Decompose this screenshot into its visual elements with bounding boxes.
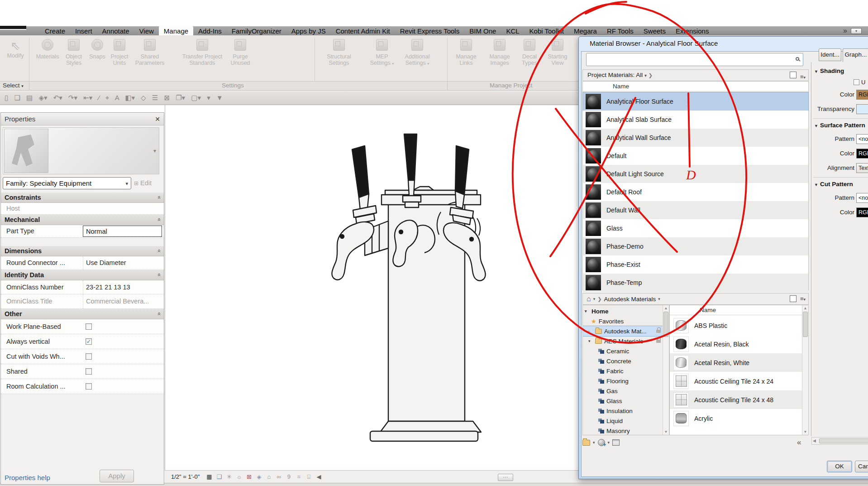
tab-graphics[interactable]: Graph... bbox=[843, 48, 868, 62]
type-preview[interactable]: ▾ bbox=[3, 127, 159, 174]
list-options-icon[interactable]: ≡▾ bbox=[800, 295, 806, 302]
tab-identity[interactable]: Ident... bbox=[819, 48, 841, 61]
create-material-icon[interactable] bbox=[598, 439, 605, 446]
tab-kcl[interactable]: KCL bbox=[501, 26, 524, 35]
prop-row-host[interactable]: Host bbox=[1, 203, 164, 215]
material-search-box[interactable] bbox=[586, 53, 803, 66]
column-header-name[interactable]: Name bbox=[583, 82, 808, 91]
edit-type-button[interactable]: ⊞ Edit Type bbox=[134, 177, 164, 189]
material-row[interactable]: Default Roof bbox=[583, 183, 808, 201]
cut-pattern-color-swatch[interactable]: RGB bbox=[856, 207, 868, 217]
tab-view[interactable]: View bbox=[134, 26, 159, 35]
close-icon[interactable]: ✕ bbox=[155, 113, 160, 125]
viewbar-icon-2[interactable]: ✳ bbox=[224, 473, 234, 480]
viewbar-icon-4[interactable]: ⊠ bbox=[244, 473, 254, 480]
scrollbar-drag-handle[interactable]: ⋯ bbox=[498, 474, 513, 481]
tab-extensions[interactable]: Extensions bbox=[671, 26, 714, 35]
group-mechanical[interactable]: Mechanical» bbox=[1, 215, 164, 225]
library-row[interactable]: Acetal Resin, Black bbox=[670, 335, 802, 353]
ok-button[interactable]: OK bbox=[827, 461, 852, 472]
group-constraints[interactable]: Constraints» bbox=[1, 192, 164, 203]
material-row[interactable]: Analytical Slab Surface bbox=[583, 111, 808, 129]
transfer-project-standards-button[interactable]: Transfer Project Standards bbox=[173, 39, 232, 67]
surface-pattern-color-swatch[interactable]: RGB bbox=[856, 149, 868, 159]
materials-button[interactable]: Materials bbox=[34, 39, 61, 60]
collapse-icon[interactable]: » bbox=[153, 249, 163, 252]
material-row[interactable]: Analytical Floor Surface bbox=[583, 92, 808, 111]
properties-help-link[interactable]: Properties help bbox=[5, 474, 50, 481]
tree-item-flooring[interactable]: Flooring bbox=[583, 376, 663, 386]
viewbar-icon-0[interactable]: ▦ bbox=[204, 473, 214, 480]
viewbar-icon-9[interactable]: ⌗ bbox=[294, 473, 304, 481]
shared-checkbox[interactable] bbox=[86, 368, 92, 375]
tree-item-home[interactable]: ▾Home bbox=[583, 306, 663, 316]
manage-library-icon[interactable] bbox=[582, 440, 590, 446]
prop-row-work-plane-based[interactable]: Work Plane-Based bbox=[1, 319, 164, 334]
material-row[interactable]: Default bbox=[583, 147, 808, 165]
work-plane-based-checkbox[interactable] bbox=[86, 323, 92, 330]
tab-overflow-icon[interactable]: » bbox=[843, 27, 847, 35]
ribbon-display-toggle-icon[interactable]: ▾ bbox=[851, 28, 862, 34]
material-row[interactable]: Phase-Demo bbox=[583, 237, 808, 255]
library-row[interactable]: Acoustic Ceiling Tile 24 x 48 bbox=[670, 390, 802, 409]
tab-add-ins[interactable]: Add-Ins bbox=[193, 26, 227, 35]
additional-settings-button[interactable]: Additional Settings ▾ bbox=[400, 39, 434, 67]
cancel-button[interactable]: Cancel bbox=[855, 461, 868, 472]
material-row[interactable]: Default Wall bbox=[583, 201, 808, 219]
purge-unused-button[interactable]: Purge Unused bbox=[227, 39, 253, 67]
tab-manage[interactable]: Manage bbox=[159, 26, 193, 35]
starting-view-button[interactable]: Starting View bbox=[545, 39, 570, 67]
use-render-appearance-checkbox[interactable] bbox=[854, 79, 859, 85]
collapse-icon[interactable]: » bbox=[153, 218, 163, 221]
cut-with-voids-checkbox[interactable] bbox=[86, 353, 92, 360]
chevron-down-icon[interactable]: ▾ bbox=[658, 297, 660, 301]
collapse-panel-icon[interactable]: « bbox=[797, 438, 801, 447]
viewbar-icon-6[interactable]: ⌂ bbox=[264, 473, 274, 480]
tree-item-insulation[interactable]: Insulation bbox=[583, 406, 663, 416]
tab-sweets[interactable]: Sweets bbox=[639, 26, 671, 35]
viewbar-icon-7[interactable]: ∞ bbox=[274, 473, 284, 480]
material-row[interactable]: Default Light Source bbox=[583, 165, 808, 183]
type-selector-combo[interactable]: Family: Specialty Equipment ▾ bbox=[3, 177, 131, 189]
viewbar-icon-8[interactable]: 9 bbox=[284, 473, 294, 480]
tab-megara[interactable]: Megara bbox=[569, 26, 602, 35]
library-row[interactable]: Acoustic Ceiling Tile 24 x 24 bbox=[670, 372, 802, 390]
prop-row-cut-with-voids[interactable]: Cut with Voids Wh... bbox=[1, 349, 164, 364]
prop-row-part-type[interactable]: Part TypeNormal bbox=[1, 225, 164, 238]
select-dropdown[interactable]: Select ▾ bbox=[3, 82, 24, 89]
tree-item-masonry[interactable]: Masonry bbox=[583, 426, 663, 435]
tree-item-concrete[interactable]: Concrete bbox=[583, 356, 663, 366]
surface-pattern-section-header[interactable]: ▼Surface Pattern bbox=[814, 122, 865, 129]
viewbar-icon-11[interactable]: ◀ bbox=[314, 473, 324, 480]
chevron-down-icon[interactable]: ▾ bbox=[593, 297, 596, 301]
tab-kobi-toolkit[interactable]: Kobi Toolkit bbox=[525, 26, 569, 35]
room-calculation-checkbox[interactable] bbox=[86, 383, 92, 390]
tree-item-favorites[interactable]: ★Favorites bbox=[583, 316, 663, 326]
properties-header[interactable]: Properties ✕ bbox=[1, 113, 164, 125]
viewbar-icon-10[interactable]: ⌻ bbox=[304, 473, 314, 481]
project-units-button[interactable]: Project Units bbox=[108, 39, 131, 67]
tab-apps-by-js[interactable]: Apps by JS bbox=[286, 26, 331, 35]
search-input[interactable] bbox=[587, 53, 803, 66]
viewbar-icon-5[interactable]: ◈ bbox=[254, 473, 264, 480]
transparency-field[interactable] bbox=[856, 104, 868, 114]
prop-row-omniclass-number[interactable]: OmniClass Number23-21 21 13 13 bbox=[1, 280, 164, 294]
material-row[interactable]: Glass bbox=[583, 219, 808, 237]
library-scrollbar[interactable]: ▲▼ bbox=[802, 305, 808, 435]
shading-section-header[interactable]: ▼Shading bbox=[814, 67, 844, 74]
tree-item-gas[interactable]: Gas bbox=[583, 386, 663, 396]
mep-settings-button[interactable]: MEP Settings ▾ bbox=[367, 39, 396, 67]
library-row[interactable]: Acrylic bbox=[670, 409, 802, 428]
viewbar-icon-3[interactable]: ☼ bbox=[234, 473, 244, 480]
group-other[interactable]: Other» bbox=[1, 309, 164, 319]
tree-scrollbar[interactable]: ▲▼ bbox=[663, 305, 669, 435]
tab-rf-tools[interactable]: RF Tools bbox=[602, 26, 639, 35]
shared-parameters-button[interactable]: Shared Parameters bbox=[132, 39, 167, 67]
cut-pattern-section-header[interactable]: ▼Cut Pattern bbox=[814, 181, 853, 188]
prop-row-shared[interactable]: Shared bbox=[1, 364, 164, 379]
chevron-down-icon[interactable]: ▾ bbox=[153, 148, 156, 154]
group-identity-data[interactable]: Identity Data» bbox=[1, 270, 164, 280]
collapse-icon[interactable]: » bbox=[153, 312, 163, 315]
tab-create[interactable]: Create bbox=[40, 26, 70, 35]
tree-item-ceramic[interactable]: Ceramic bbox=[583, 346, 663, 356]
